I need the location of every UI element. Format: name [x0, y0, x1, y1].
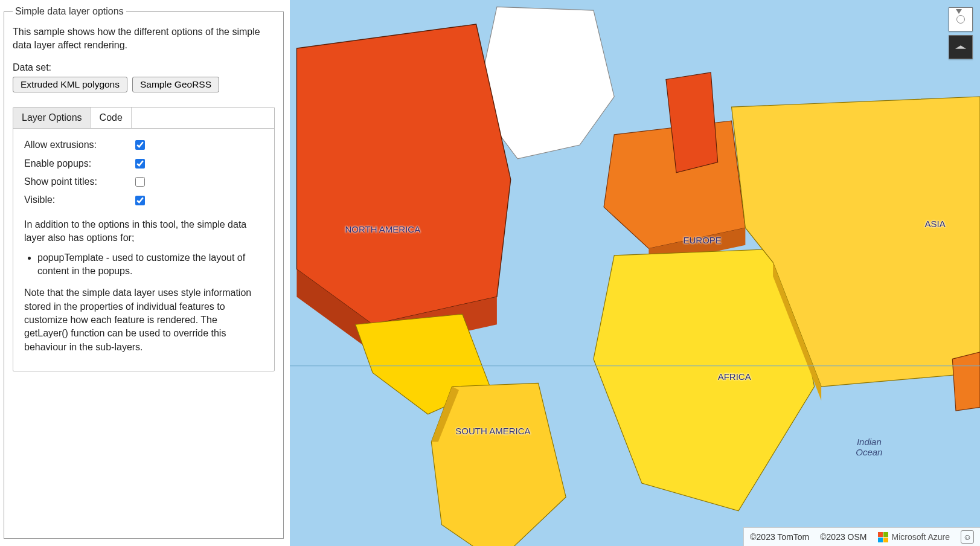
- globe-icon: [956, 15, 965, 24]
- pin-icon: [956, 9, 962, 14]
- note-text: Note that the simple data layer uses sty…: [24, 286, 263, 354]
- microsoft-logo-icon: [878, 532, 888, 542]
- extruded-kml-button[interactable]: Extruded KML polygons: [13, 77, 127, 92]
- map-pitch-reset-button[interactable]: [949, 35, 973, 59]
- feedback-button[interactable]: ☺: [961, 530, 974, 544]
- opt-show-point-titles-label: Show point titles:: [24, 175, 133, 188]
- dataset-buttons: Extruded KML polygons Sample GeoRSS: [13, 77, 275, 92]
- pitch-icon: [955, 45, 966, 48]
- opt-allow-extrusions-label: Allow extrusions:: [24, 138, 133, 152]
- opt-allow-extrusions-checkbox[interactable]: [135, 140, 145, 150]
- sample-georss-button[interactable]: Sample GeoRSS: [132, 77, 219, 92]
- panel-legend: Simple data layer options: [13, 6, 126, 17]
- opt-visible-checkbox[interactable]: [135, 196, 145, 205]
- map-style-picker-button[interactable]: [949, 7, 973, 31]
- extra-intro: In addition to the options in this tool,…: [24, 218, 263, 245]
- attribution-osm: ©2023 OSM: [820, 532, 866, 542]
- panel-intro: This sample shows how the different opti…: [13, 25, 275, 51]
- options-panel-wrap: Simple data layer options This sample sh…: [0, 0, 290, 546]
- bullet-popup-template: popupTemplate - used to customize the la…: [37, 251, 263, 278]
- dataset-label: Data set:: [13, 62, 275, 73]
- attribution-bar: ©2023 TomTom ©2023 OSM Microsoft Azure ☺: [743, 527, 980, 546]
- map-svg: [290, 0, 980, 546]
- microsoft-azure-text: Microsoft Azure: [892, 532, 950, 542]
- layer-options-grid: Allow extrusions: Enable popups: Show po…: [24, 138, 263, 207]
- tab-code[interactable]: Code: [91, 108, 132, 128]
- map-controls: [949, 7, 973, 59]
- tab-body-layer-options: Allow extrusions: Enable popups: Show po…: [13, 129, 274, 371]
- options-panel: Simple data layer options This sample sh…: [4, 6, 284, 539]
- attribution-tomtom: ©2023 TomTom: [750, 532, 809, 542]
- opt-enable-popups-checkbox[interactable]: [135, 159, 145, 169]
- opt-show-point-titles-checkbox[interactable]: [135, 177, 145, 187]
- opt-enable-popups-label: Enable popups:: [24, 157, 133, 170]
- opt-visible-label: Visible:: [24, 193, 133, 207]
- microsoft-azure-logo: Microsoft Azure: [878, 532, 950, 542]
- tab-layer-options[interactable]: Layer Options: [13, 108, 91, 128]
- map-canvas[interactable]: NORTH AMERICA SOUTH AMERICA EUROPE AFRIC…: [290, 0, 980, 546]
- extra-bullets: popupTemplate - used to customize the la…: [37, 251, 263, 278]
- tab-container: Layer Options Code Allow extrusions: Ena…: [13, 107, 275, 371]
- tab-strip: Layer Options Code: [13, 108, 274, 129]
- app-root: Simple data layer options This sample sh…: [0, 0, 980, 546]
